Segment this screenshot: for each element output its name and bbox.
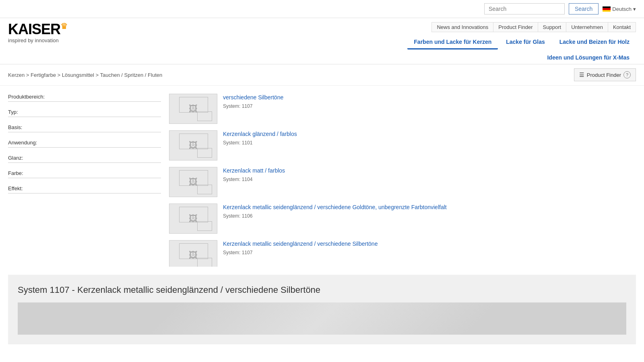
product-thumb-1: 🖼 xyxy=(169,130,217,160)
product-finder-button[interactable]: ☰ Product Finder ? xyxy=(574,68,636,81)
product-info-3: Kerzenlack metallic seidenglänzend / ver… xyxy=(223,204,634,219)
nav-xmas-area: Ideen und Lösungen für X-Mas xyxy=(121,51,636,64)
product-thumb-3: 🖼 xyxy=(169,204,217,234)
nav-unternehmen[interactable]: Unternehmen xyxy=(566,22,608,32)
product-thumb-0: 🖼 xyxy=(169,94,217,124)
product-name-0[interactable]: verschiedene Silbertöne xyxy=(223,94,283,101)
product-system-2: System: 1104 xyxy=(223,177,634,182)
nav-kerzen[interactable]: Farben und Lacke für Kerzen xyxy=(407,35,498,49)
product-system-4: System: 1107 xyxy=(223,250,634,255)
breadcrumb-fertigfarbe[interactable]: Fertigfarbe xyxy=(31,72,56,78)
filter-label-effekt: Effekt: xyxy=(8,185,161,191)
image-placeholder-icon-2: 🖼 xyxy=(189,177,198,187)
nav-area: News and Innovations Product Finder Supp… xyxy=(121,22,636,64)
product-item-4[interactable]: 🖼 Kerzenlack metallic seidenglänzend / v… xyxy=(169,240,634,267)
filter-farbe: Farbe: xyxy=(8,170,161,178)
bottom-title: System 1107 - Kerzenlack metallic seiden… xyxy=(18,284,626,296)
product-info-1: Kerzenlack glänzend / farblos System: 11… xyxy=(223,130,634,146)
product-thumb-4: 🖼 xyxy=(169,240,217,267)
chevron-down-icon: ▾ xyxy=(633,6,636,12)
nav-main: Farben und Lacke für Kerzen Lacke für Gl… xyxy=(121,35,636,49)
filter-produktbereich: Produktbereich: xyxy=(8,94,161,102)
product-item-2[interactable]: 🖼 Kerzenlack matt / farblos System: 1104 xyxy=(169,167,634,197)
nav-glas[interactable]: Lacke für Glas xyxy=(500,35,551,49)
bottom-section: System 1107 - Kerzenlack metallic seiden… xyxy=(8,275,636,344)
image-placeholder-icon-4: 🖼 xyxy=(189,250,198,261)
image-placeholder-icon-3: 🖼 xyxy=(189,214,198,224)
filter-glanz: Glanz: xyxy=(8,155,161,163)
breadcrumb-loesungsmittel[interactable]: Lösungsmittel xyxy=(62,72,94,78)
language-selector[interactable]: Deutsch ▾ xyxy=(603,6,636,12)
logo-sub: inspired by innovation xyxy=(8,37,121,43)
breadcrumb-bar: Kerzen > Fertigfarbe > Lösungsmittel > T… xyxy=(0,64,644,86)
product-finder-label: Product Finder xyxy=(587,72,621,78)
filter-label-anwendung: Anwendung: xyxy=(8,140,161,146)
help-icon: ? xyxy=(623,71,631,78)
product-list: 🖼 verschiedene Silbertöne System: 1107 🖼… xyxy=(169,94,636,267)
product-system-3: System: 1106 xyxy=(223,213,634,219)
filter-panel: Produktbereich: Typ: Basis: Anwendung: G… xyxy=(8,94,161,267)
filter-label-basis: Basis: xyxy=(8,124,161,130)
product-name-1[interactable]: Kerzenlack glänzend / farblos xyxy=(223,131,297,137)
product-info-4: Kerzenlack metallic seidenglänzend / ver… xyxy=(223,240,634,255)
search-input[interactable] xyxy=(484,3,565,14)
breadcrumb-current: Tauchen / Spritzen / Fluten xyxy=(100,72,163,78)
product-info-2: Kerzenlack matt / farblos System: 1104 xyxy=(223,167,634,182)
nav-kontakt[interactable]: Kontakt xyxy=(608,22,636,32)
breadcrumb-kerzen[interactable]: Kerzen xyxy=(8,72,25,78)
filter-label-farbe: Farbe: xyxy=(8,170,161,176)
flag-icon xyxy=(603,6,611,12)
search-button[interactable]: Search xyxy=(569,3,599,14)
filter-icon: ☰ xyxy=(579,72,584,78)
product-system-1: System: 1101 xyxy=(223,140,634,146)
product-system-0: System: 1107 xyxy=(223,103,634,109)
nav-holz[interactable]: Lacke und Beizen für Holz xyxy=(553,35,636,49)
logo-text: KAISER♛ xyxy=(8,22,121,37)
logo-area: KAISER♛ inspired by innovation xyxy=(8,22,121,47)
product-thumb-2: 🖼 xyxy=(169,167,217,197)
bottom-image-placeholder xyxy=(18,302,626,335)
logo-crown: ♛ xyxy=(60,22,67,31)
nav-top: News and Innovations Product Finder Supp… xyxy=(121,22,636,32)
product-name-2[interactable]: Kerzenlack matt / farblos xyxy=(223,167,285,174)
filter-label-glanz: Glanz: xyxy=(8,155,161,161)
filter-anwendung: Anwendung: xyxy=(8,140,161,148)
product-info-0: verschiedene Silbertöne System: 1107 xyxy=(223,94,634,109)
nav-product-finder[interactable]: Product Finder xyxy=(493,22,537,32)
product-item-1[interactable]: 🖼 Kerzenlack glänzend / farblos System: … xyxy=(169,130,634,160)
product-item-3[interactable]: 🖼 Kerzenlack metallic seidenglänzend / v… xyxy=(169,204,634,234)
filter-basis: Basis: xyxy=(8,124,161,132)
image-placeholder-icon-0: 🖼 xyxy=(189,104,198,114)
product-item-0[interactable]: 🖼 verschiedene Silbertöne System: 1107 xyxy=(169,94,634,124)
filter-label-typ: Typ: xyxy=(8,109,161,115)
header: KAISER♛ inspired by innovation News and … xyxy=(0,18,644,64)
lang-label: Deutsch xyxy=(612,6,632,12)
top-bar: Search Deutsch ▾ xyxy=(0,0,644,18)
main-content: Produktbereich: Typ: Basis: Anwendung: G… xyxy=(0,86,644,275)
nav-support[interactable]: Support xyxy=(538,22,566,32)
image-placeholder-icon-1: 🖼 xyxy=(189,140,198,151)
product-name-3[interactable]: Kerzenlack metallic seidenglänzend / ver… xyxy=(223,204,447,210)
filter-effekt: Effekt: xyxy=(8,185,161,193)
filter-label-produktbereich: Produktbereich: xyxy=(8,94,161,100)
breadcrumb: Kerzen > Fertigfarbe > Lösungsmittel > T… xyxy=(8,72,162,78)
filter-typ: Typ: xyxy=(8,109,161,117)
nav-news[interactable]: News and Innovations xyxy=(431,22,493,32)
nav-xmas-link[interactable]: Ideen und Lösungen für X-Mas xyxy=(541,51,636,64)
product-name-4[interactable]: Kerzenlack metallic seidenglänzend / ver… xyxy=(223,241,378,247)
